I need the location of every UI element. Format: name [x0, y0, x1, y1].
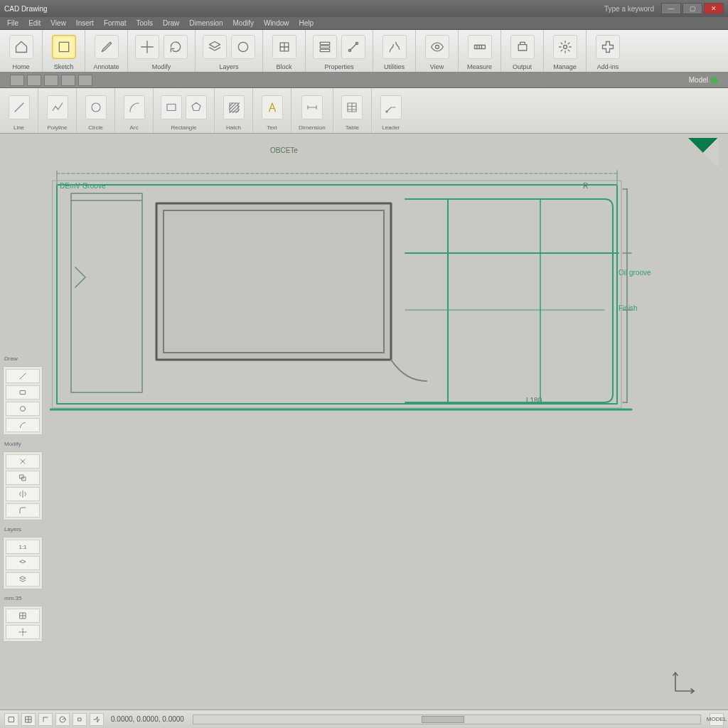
status-toggle-snap[interactable] [4, 713, 18, 726]
rotate-button[interactable] [164, 35, 188, 59]
menu-item[interactable]: Help [299, 19, 314, 27]
polygon-tool[interactable] [186, 95, 207, 119]
layers-button[interactable] [203, 35, 227, 59]
tool-group-polyline: Polyline [38, 88, 77, 133]
pal-offset[interactable] [6, 471, 40, 485]
tool-group-arc: Arc [115, 88, 154, 133]
svg-rect-39 [22, 477, 26, 481]
menu-item[interactable]: Draw [163, 19, 179, 27]
menu-item[interactable]: Tools [136, 19, 153, 27]
pal-mirror[interactable] [6, 487, 40, 501]
minimize-button[interactable]: — [661, 3, 681, 14]
horizontal-scrollbar[interactable] [193, 714, 701, 724]
ribbon-group-view: View [416, 30, 459, 72]
pal-layer0[interactable] [6, 556, 40, 570]
menu-item[interactable]: Modify [233, 19, 254, 27]
home-button[interactable] [9, 35, 33, 59]
drawing-canvas[interactable]: OBCETe DEmV Groove R Oil groove Finish L… [0, 134, 728, 710]
svg-rect-0 [59, 42, 68, 51]
status-toggle-dyn[interactable] [90, 713, 104, 726]
status-toggle-polar[interactable] [55, 713, 70, 726]
undo-button[interactable] [61, 75, 75, 86]
title-bar: CAD Drawing Type a keyword — ▢ ✕ [0, 0, 728, 17]
pal-line[interactable] [6, 369, 40, 383]
ribbon-label: View [430, 63, 444, 70]
menu-item[interactable]: Dimension [189, 19, 223, 27]
save-button[interactable] [44, 75, 58, 86]
dimension-tool[interactable] [301, 95, 323, 119]
svg-point-37 [21, 407, 26, 412]
tool-label: Rectangle [171, 124, 196, 131]
hatch-tool[interactable] [223, 95, 245, 119]
ribbon-label: Output [513, 63, 532, 70]
redo-button[interactable] [78, 75, 92, 86]
menu-item[interactable]: Window [264, 19, 289, 27]
properties-button[interactable] [313, 35, 337, 59]
menu-item[interactable]: Format [104, 19, 127, 27]
svg-rect-36 [21, 391, 26, 395]
palette-value: mm.35 [3, 594, 43, 601]
pal-scale[interactable]: 1:1 [6, 540, 40, 554]
rectangle-tool[interactable] [161, 95, 182, 119]
svg-point-11 [563, 45, 567, 48]
addins-button[interactable] [596, 35, 620, 59]
open-button[interactable] [27, 75, 41, 86]
pal-fillet[interactable] [6, 503, 40, 518]
arc-tool[interactable] [124, 95, 145, 119]
svg-point-41 [22, 631, 23, 633]
tool-label: Text [267, 124, 277, 131]
maximize-button[interactable]: ▢ [682, 3, 702, 14]
tool-label: Leader [382, 124, 400, 131]
ribbon-label: Home [12, 63, 29, 70]
ribbon-group-block: Block [263, 30, 306, 72]
menu-item[interactable]: Edit [28, 19, 41, 27]
circle-tool[interactable] [85, 95, 107, 119]
output-button[interactable] [510, 35, 535, 59]
pal-rect[interactable] [6, 385, 40, 400]
ribbon-group-home: Home [0, 30, 43, 72]
scrollbar-thumb[interactable] [422, 716, 464, 723]
leader-tool[interactable] [380, 95, 402, 119]
status-toggle-ortho[interactable] [38, 713, 53, 726]
ribbon-label: Add-ins [597, 63, 619, 70]
status-toggle-grid[interactable] [21, 713, 36, 726]
table-tool[interactable] [341, 95, 363, 119]
pal-circle[interactable] [6, 402, 40, 416]
viewcube-icon[interactable] [688, 138, 718, 168]
status-model[interactable]: MODEL [710, 713, 724, 726]
palette-heading: Draw [3, 354, 43, 362]
text-tool[interactable] [262, 95, 283, 119]
pal-arc[interactable] [6, 418, 40, 432]
pal-trim[interactable] [6, 454, 40, 469]
block-button[interactable] [272, 35, 296, 59]
new-button[interactable] [10, 75, 24, 86]
tool-group-circle: Circle [77, 88, 115, 133]
ribbon-group-output: Output [501, 30, 544, 72]
measure-button[interactable] [468, 35, 492, 59]
draw-toolbar: Line Polyline Circle Arc Rectangle Hatch… [0, 88, 728, 134]
move-button[interactable] [135, 35, 159, 59]
ribbon-label: Manage [553, 63, 577, 70]
layer-props-button[interactable] [231, 35, 255, 59]
tool-group-rect: Rectangle [154, 88, 215, 133]
ribbon-label: Layers [219, 63, 238, 70]
pal-layer1[interactable] [6, 572, 40, 587]
tool-label: Polyline [47, 124, 67, 131]
status-toggle-osnap[interactable] [73, 713, 87, 726]
menu-item[interactable]: File [7, 19, 18, 27]
annotate-button[interactable] [95, 35, 119, 59]
menu-item[interactable]: View [50, 19, 66, 27]
polyline-tool[interactable] [47, 95, 68, 119]
tool-group-table: Table [333, 88, 372, 133]
utilities-button[interactable] [382, 35, 407, 59]
manage-button[interactable] [553, 35, 577, 59]
close-button[interactable]: ✕ [704, 3, 724, 14]
status-bar: 0.0000, 0.0000, 0.0000 MODEL [0, 710, 728, 728]
sketch-button[interactable] [52, 35, 76, 59]
menu-item[interactable]: Insert [76, 19, 94, 27]
pal-snap[interactable] [6, 625, 40, 639]
line-tool[interactable] [9, 95, 30, 119]
view-button[interactable] [425, 35, 449, 59]
pal-grid[interactable] [6, 609, 40, 623]
match-button[interactable] [341, 35, 365, 59]
